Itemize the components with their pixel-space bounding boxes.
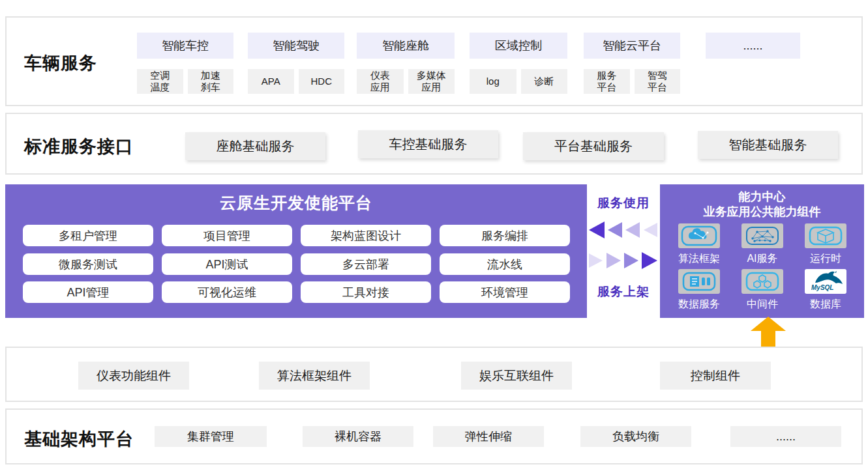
interface-box: 车控基础服务	[358, 130, 498, 158]
service-use-arrows-icon	[589, 221, 658, 239]
infrastructure-box: ......	[730, 426, 841, 447]
standard-interface-section: 标准服务接口 座舱基础服务 车控基础服务 平台基础服务 智能基础服务	[5, 113, 863, 175]
feature-box: 工具对接	[301, 281, 431, 303]
service-flow-column: 服务使用 服务上架	[587, 184, 660, 318]
capability-item: 数据服务	[666, 269, 732, 311]
up-arrow-icon	[751, 317, 786, 347]
component-box: 控制组件	[660, 362, 771, 390]
vehicle-group-cloud-platform: 智能云平台 服务平台 智驾平台	[584, 33, 680, 94]
service-use-label: 服务使用	[587, 195, 660, 212]
feature-box: API管理	[23, 281, 153, 303]
cloud-native-platform-block: 云原生开发使能平台 多租户管理 项目管理 架构蓝图设计 服务编排 微服务测试 A…	[5, 184, 587, 318]
feature-box: 流水线	[440, 253, 570, 275]
feature-box: 项目管理	[162, 225, 292, 246]
group-sub-box: log	[470, 69, 516, 94]
components-section: 仪表功能组件 算法框架组件 娱乐互联组件 控制组件	[5, 347, 863, 402]
group-sub-box: 智驾平台	[635, 69, 681, 94]
component-box: 算法框架组件	[259, 362, 370, 390]
capability-title: 能力中心 业务应用公共能力组件	[660, 190, 864, 220]
group-main-box: 智能车控	[137, 33, 233, 59]
capability-center-block: 能力中心 业务应用公共能力组件 算法框架	[660, 184, 864, 318]
data-service-icon	[678, 269, 720, 294]
capability-label: 运行时	[810, 252, 841, 266]
feature-box: API测试	[162, 253, 292, 275]
capability-label: 中间件	[747, 298, 778, 311]
feature-box: 可视化运维	[162, 281, 292, 303]
runtime-cube-icon	[805, 223, 846, 248]
service-publish-label: 服务上架	[587, 283, 660, 300]
vehicle-services-title: 车辆服务	[24, 51, 97, 75]
service-publish-arrows-icon	[589, 251, 658, 270]
interface-box: 智能基础服务	[698, 131, 838, 159]
group-sub-box: 服务平台	[584, 69, 630, 94]
interface-box: 平台基础服务	[523, 132, 664, 160]
group-main-box: ......	[706, 33, 800, 59]
group-main-box: 智能座舱	[357, 33, 455, 59]
middleware-hexagon-icon	[741, 269, 783, 294]
infrastructure-box: 裸机容器	[303, 426, 413, 447]
group-sub-box: HDC	[299, 69, 345, 94]
ai-network-icon	[741, 223, 783, 248]
group-sub-box: 诊断	[521, 69, 568, 94]
capability-item: 算法框架	[666, 223, 732, 266]
feature-box: 多云部署	[301, 253, 431, 275]
infrastructure-box: 负载均衡	[580, 426, 691, 447]
group-sub-box: 仪表应用	[357, 69, 404, 94]
platform-title: 云原生开发使能平台	[5, 192, 587, 214]
group-main-box: 智能云平台	[584, 33, 680, 59]
component-box: 娱乐互联组件	[461, 362, 572, 390]
feature-box: 服务编排	[440, 225, 570, 246]
capability-item: AI服务	[730, 223, 795, 266]
capability-label: AI服务	[747, 252, 777, 266]
infrastructure-title: 基础架构平台	[24, 427, 134, 451]
feature-box: 多租户管理	[23, 225, 153, 246]
interface-box: 座舱基础服务	[185, 132, 325, 160]
feature-box: 环境管理	[440, 281, 570, 303]
group-sub-box: 多媒体应用	[408, 69, 455, 94]
vehicle-services-section: 车辆服务 智能车控 空调温度 加速刹车 智能驾驶 APA HDC	[5, 16, 863, 106]
group-sub-box: 空调温度	[137, 69, 183, 94]
capability-item: 运行时	[793, 223, 858, 266]
feature-box: 架构蓝图设计	[301, 225, 431, 246]
vehicle-group-zone-control: 区域控制 log 诊断	[470, 33, 567, 94]
vehicle-group-car-control: 智能车控 空调温度 加速刹车	[137, 33, 233, 94]
infrastructure-section: 基础架构平台 集群管理 裸机容器 弹性伸缩 负载均衡 ......	[5, 408, 863, 464]
group-main-box: 智能驾驶	[248, 33, 344, 59]
vehicle-group-cockpit: 智能座舱 仪表应用 多媒体应用	[357, 33, 455, 94]
cloud-algorithm-icon	[678, 223, 720, 248]
group-sub-box: APA	[248, 69, 294, 94]
standard-interface-title: 标准服务接口	[24, 135, 134, 158]
capability-label: 数据服务	[678, 298, 720, 311]
svg-text:MySQL: MySQL	[811, 284, 833, 291]
group-sub-box: 加速刹车	[188, 69, 234, 94]
capability-label: 数据库	[810, 298, 841, 311]
vehicle-group-driving: 智能驾驶 APA HDC	[248, 33, 344, 94]
infrastructure-box: 集群管理	[155, 426, 267, 447]
infrastructure-box: 弹性伸缩	[433, 426, 544, 447]
capability-item: 中间件	[730, 269, 795, 311]
mysql-logo-icon: MySQL	[805, 269, 846, 294]
component-box: 仪表功能组件	[78, 362, 189, 390]
vehicle-group-more: ......	[706, 33, 800, 94]
capability-label: 算法框架	[678, 252, 720, 266]
feature-box: 微服务测试	[23, 253, 153, 275]
capability-item: MySQL 数据库	[793, 269, 858, 311]
group-main-box: 区域控制	[470, 33, 567, 59]
architecture-diagram: 车辆服务 智能车控 空调温度 加速刹车 智能驾驶 APA HDC	[0, 0, 868, 471]
